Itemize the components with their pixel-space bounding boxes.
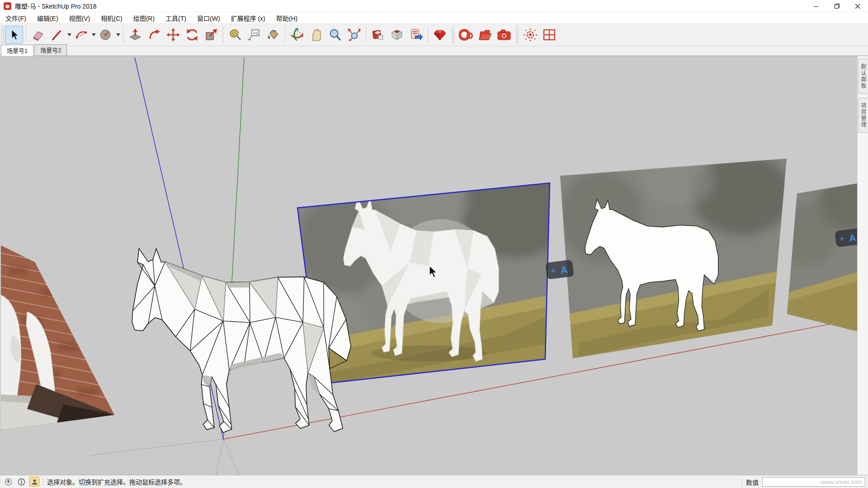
text-tool[interactable]: A1	[245, 26, 263, 44]
extension-gem-box-icon[interactable]	[388, 26, 406, 44]
svg-text:A: A	[560, 264, 569, 276]
info-icon[interactable]	[16, 477, 26, 487]
measurements-label: 数值	[746, 478, 759, 487]
extension-export-icon[interactable]	[407, 26, 425, 44]
eraser-tool[interactable]	[29, 26, 47, 44]
menu-draw[interactable]: 绘图(R)	[128, 12, 160, 24]
scene-tab-2[interactable]: 场景号2	[34, 44, 67, 56]
menu-window[interactable]: 窗口(W)	[192, 12, 226, 24]
sketchup-logo-icon	[4, 2, 11, 10]
zoom-tool[interactable]	[326, 26, 344, 44]
svg-text:A: A	[849, 232, 857, 244]
menu-bar: 文件(F) 编辑(E) 视图(V) 相机(C) 绘图(R) 工具(T) 窗口(W…	[0, 12, 868, 23]
scene-tab-1[interactable]: 场景号1	[1, 45, 33, 56]
plus-a-badge-2: + A	[835, 228, 857, 247]
ruby-console-icon[interactable]	[431, 26, 449, 44]
menu-extensions[interactable]: 扩展程序 (x)	[226, 12, 271, 24]
plus-a-badge-1: + A	[545, 259, 574, 279]
camera-icon[interactable]	[495, 26, 513, 44]
zoom-extents-tool[interactable]	[345, 26, 363, 44]
menu-help[interactable]: 帮助(H)	[271, 12, 303, 24]
window-title: 雕塑-马 - SketchUp Pro 2018	[15, 1, 97, 10]
menu-edit[interactable]: 编辑(E)	[32, 12, 64, 24]
tray-tab-default-panel[interactable]: 默认面板	[858, 59, 868, 94]
rings-icon[interactable]	[457, 26, 475, 44]
status-message: 选择对象。切换到扩充选择。拖动鼠标选择多项。	[47, 477, 186, 486]
measurements-input[interactable]	[762, 477, 865, 487]
toolbar: A1	[0, 23, 868, 46]
menu-camera[interactable]: 相机(C)	[95, 12, 127, 24]
toolbar-drag-handle[interactable]	[1, 26, 5, 44]
line-tool[interactable]	[48, 26, 66, 44]
paint-bucket-tool[interactable]	[264, 26, 282, 44]
follow-me-tool[interactable]	[145, 26, 163, 44]
right-tray: 默认面板 项目管理	[857, 56, 868, 475]
circle-tool-dropdown-icon[interactable]	[115, 26, 121, 44]
status-bar: 选择对象。切换到扩充选择。拖动鼠标选择多项。 数值 www.snren.com	[0, 475, 868, 488]
title-bar: 雕塑-马 - SketchUp Pro 2018	[0, 0, 868, 12]
line-tool-dropdown-icon[interactable]	[66, 26, 72, 44]
geolocation-icon[interactable]	[3, 477, 13, 487]
3d-viewport[interactable]: + A + A	[0, 56, 857, 475]
window-grid-icon[interactable]	[540, 26, 558, 44]
tray-tab-project-manager[interactable]: 项目管理	[858, 98, 868, 133]
menu-file[interactable]: 文件(F)	[0, 12, 32, 24]
sun-settings-icon[interactable]	[521, 26, 539, 44]
circle-tool[interactable]	[97, 26, 115, 44]
select-tool[interactable]	[5, 26, 23, 44]
restore-icon[interactable]	[826, 0, 847, 12]
scale-tool[interactable]	[202, 26, 220, 44]
close-icon[interactable]	[847, 0, 868, 12]
menu-tools[interactable]: 工具(T)	[160, 12, 192, 24]
pan-tool[interactable]	[307, 26, 325, 44]
orbit-tool[interactable]	[288, 26, 306, 44]
push-pull-tool[interactable]	[126, 26, 144, 44]
move-tool[interactable]	[164, 26, 182, 44]
rotate-tool[interactable]	[183, 26, 201, 44]
minimize-icon[interactable]	[806, 0, 826, 12]
arc-tool-dropdown-icon[interactable]	[91, 26, 96, 44]
arc-tool[interactable]	[72, 26, 90, 44]
svg-text:A1: A1	[253, 31, 258, 35]
scene-tab-bar: 场景号1 场景号2	[0, 46, 868, 56]
user-account-icon[interactable]	[29, 477, 39, 487]
tape-measure-tool[interactable]	[226, 26, 244, 44]
folder-icon[interactable]	[476, 26, 494, 44]
menu-view[interactable]: 视图(V)	[64, 12, 96, 24]
extension-box-icon[interactable]	[369, 26, 387, 44]
